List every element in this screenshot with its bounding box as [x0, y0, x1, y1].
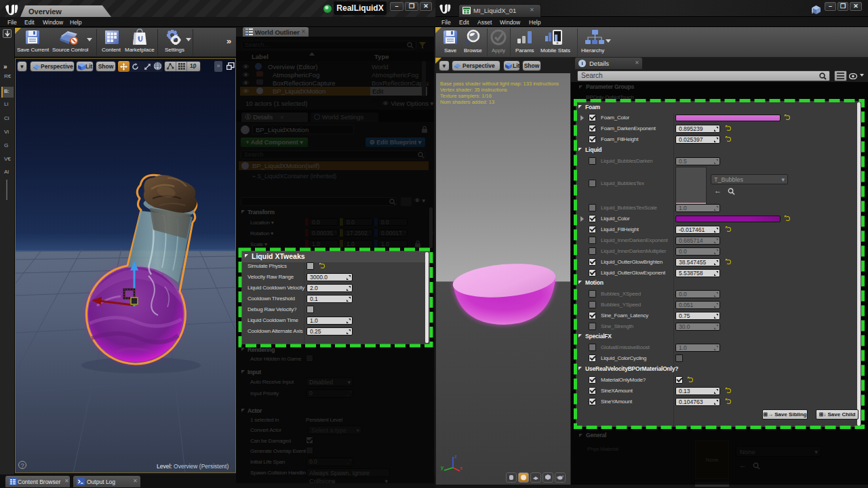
- svg-text:z: z: [454, 453, 457, 460]
- svg-text:x: x: [460, 465, 462, 471]
- svg-text:y: y: [441, 464, 443, 470]
